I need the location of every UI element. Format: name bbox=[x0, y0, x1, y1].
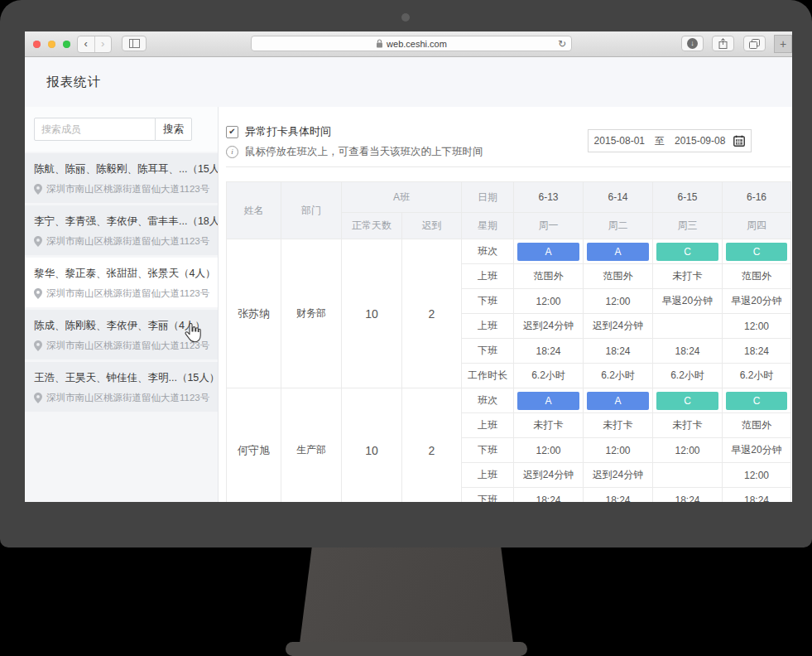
late-count: 2 bbox=[402, 388, 462, 503]
date-range-picker[interactable]: 2015-08-01 至 2015-09-08 bbox=[588, 129, 752, 152]
attendance-cell: 12:00 bbox=[723, 314, 791, 339]
webcam-dot bbox=[401, 13, 410, 22]
header-date: 6-13 bbox=[514, 182, 584, 213]
row-label: 班次 bbox=[462, 388, 514, 413]
attendance-cell: 早退20分钟 bbox=[723, 289, 791, 314]
attendance-cell: 18:24 bbox=[723, 339, 791, 364]
sidebar-icon bbox=[129, 39, 140, 48]
header-weekday: 周二 bbox=[584, 213, 653, 239]
attendance-cell: 18:24 bbox=[514, 488, 584, 503]
shift-badge[interactable]: C bbox=[656, 243, 718, 261]
location-pin-icon bbox=[34, 288, 46, 299]
attendance-cell: 早退20分钟 bbox=[653, 289, 723, 314]
late-count: 2 bbox=[402, 239, 462, 388]
address-bar[interactable]: web.ceshi.com ↻ bbox=[251, 36, 572, 51]
shift-badge[interactable]: C bbox=[656, 392, 718, 410]
nav-button-group: ‹ › bbox=[77, 36, 112, 53]
location-pin-icon bbox=[34, 184, 46, 195]
share-icon bbox=[718, 38, 728, 49]
shift-badge[interactable]: A bbox=[517, 243, 579, 261]
member-group-item[interactable]: 黎华、黎正泰、张甜甜、张景天（4人）深圳市南山区桃源街道留仙大道1123号 bbox=[25, 258, 218, 307]
date-start: 2015-08-01 bbox=[594, 135, 645, 147]
shift-badge[interactable]: A bbox=[517, 392, 579, 410]
downloads-button[interactable]: ↓ bbox=[681, 36, 704, 51]
monitor-stand-base bbox=[286, 642, 527, 656]
location-pin-icon bbox=[34, 340, 46, 351]
shift-badge[interactable]: C bbox=[726, 392, 787, 410]
shift-badge[interactable]: C bbox=[726, 243, 787, 261]
attendance-cell: 范围外 bbox=[723, 413, 791, 438]
member-names: 陈成、陈刚毅、李依伊、李丽（4人） bbox=[34, 319, 213, 333]
shift-badge[interactable]: A bbox=[587, 392, 649, 410]
shift-cell: C bbox=[723, 239, 791, 264]
member-sidebar: 搜索 陈航、陈丽、陈毅刚、陈耳耳、...（15人）深圳市南山区桃源街道留仙大道1… bbox=[25, 107, 219, 502]
header-weekday: 周三 bbox=[653, 213, 723, 239]
browser-toolbar: ‹ › web.ceshi.com ↻ bbox=[25, 31, 792, 57]
member-group-item[interactable]: 王浩、王昊天、钟佳佳、李明...（15人）深圳市南山区桃源街道留仙大道1123号 bbox=[25, 362, 218, 412]
new-tab-button[interactable]: + bbox=[774, 35, 792, 53]
refresh-icon[interactable]: ↻ bbox=[558, 39, 566, 49]
search-button[interactable]: 搜索 bbox=[155, 118, 192, 141]
attendance-cell: 12:00 bbox=[514, 289, 584, 314]
shift-cell: A bbox=[584, 239, 653, 264]
row-label: 下班 bbox=[462, 339, 514, 364]
header-week-label: 星期 bbox=[462, 213, 514, 239]
normal-days-count: 10 bbox=[342, 388, 402, 503]
attendance-cell: 12:00 bbox=[653, 438, 723, 463]
attendance-cell: 18:24 bbox=[584, 339, 653, 364]
member-names: 陈航、陈丽、陈毅刚、陈耳耳、...（15人） bbox=[34, 162, 213, 176]
report-main: ✔ 异常打卡具体时间 i 鼠标停放在班次上，可查看当天该班次的上下班时间 201… bbox=[219, 107, 792, 502]
abnormal-time-label: 异常打卡具体时间 bbox=[245, 124, 331, 139]
attendance-cell: 迟到24分钟 bbox=[584, 463, 653, 488]
attendance-cell: 范围外 bbox=[584, 264, 653, 289]
search-bar: 搜索 bbox=[25, 107, 218, 152]
header-weekday: 周一 bbox=[514, 213, 584, 239]
attendance-cell: 6.2小时 bbox=[653, 364, 723, 388]
calendar-icon[interactable] bbox=[733, 135, 745, 147]
member-address: 深圳市南山区桃源街道留仙大道1123号 bbox=[34, 235, 213, 248]
forward-button[interactable]: › bbox=[94, 36, 112, 52]
employee-name: 何守旭 bbox=[227, 388, 281, 503]
info-text: 鼠标停放在班次上，可查看当天该班次的上下班时间 bbox=[245, 145, 483, 159]
row-label: 上班 bbox=[462, 314, 514, 339]
close-window-button[interactable] bbox=[33, 41, 41, 48]
date-separator: 至 bbox=[655, 134, 665, 148]
info-icon: i bbox=[226, 146, 238, 158]
attendance-cell: 12:00 bbox=[514, 438, 584, 463]
shift-cell: A bbox=[584, 388, 653, 413]
monitor-stand-neck bbox=[300, 543, 513, 644]
member-group-item[interactable]: 陈成、陈刚毅、李依伊、李丽（4人）深圳市南山区桃源街道留仙大道1123号 bbox=[25, 310, 218, 359]
header-weekday: 周四 bbox=[723, 213, 791, 239]
share-button[interactable] bbox=[712, 36, 734, 51]
search-input[interactable] bbox=[34, 118, 156, 141]
back-button[interactable]: ‹ bbox=[78, 36, 94, 52]
shift-cell: A bbox=[514, 239, 584, 264]
sidebar-toggle-button[interactable] bbox=[122, 36, 147, 51]
abnormal-time-checkbox[interactable]: ✔ bbox=[226, 126, 238, 138]
member-group-item[interactable]: 陈航、陈丽、陈毅刚、陈耳耳、...（15人）深圳市南山区桃源街道留仙大道1123… bbox=[25, 153, 218, 203]
attendance-cell: 迟到24分钟 bbox=[514, 314, 584, 339]
attendance-cell: 6.2小时 bbox=[723, 364, 791, 388]
attendance-cell: 12:00 bbox=[723, 463, 791, 488]
download-icon: ↓ bbox=[687, 38, 698, 49]
row-label: 工作时长 bbox=[462, 364, 514, 388]
zoom-window-button[interactable] bbox=[63, 41, 70, 48]
member-group-item[interactable]: 李宁、李青强、李依伊、雷丰丰...（18人）深圳市南山区桃源街道留仙大道1123… bbox=[25, 205, 218, 255]
tab-overview-button[interactable] bbox=[743, 36, 766, 51]
url-text: web.ceshi.com bbox=[387, 39, 447, 49]
row-label: 下班 bbox=[462, 488, 514, 503]
shift-badge[interactable]: A bbox=[587, 243, 649, 261]
shift-cell: C bbox=[723, 388, 791, 413]
row-label: 班次 bbox=[462, 239, 514, 264]
employee-dept: 财务部 bbox=[281, 239, 342, 388]
minimize-window-button[interactable] bbox=[48, 41, 55, 48]
row-label: 下班 bbox=[462, 438, 514, 463]
attendance-cell: 18:24 bbox=[584, 488, 653, 503]
attendance-cell: 未打卡 bbox=[653, 264, 723, 289]
attendance-cell: 6.2小时 bbox=[584, 364, 653, 388]
location-pin-icon bbox=[34, 236, 46, 247]
attendance-cell: 早退20分钟 bbox=[723, 438, 791, 463]
member-address: 深圳市南山区桃源街道留仙大道1123号 bbox=[34, 287, 213, 300]
header-date: 6-16 bbox=[723, 182, 791, 213]
member-list: 陈航、陈丽、陈毅刚、陈耳耳、...（15人）深圳市南山区桃源街道留仙大道1123… bbox=[25, 153, 218, 412]
